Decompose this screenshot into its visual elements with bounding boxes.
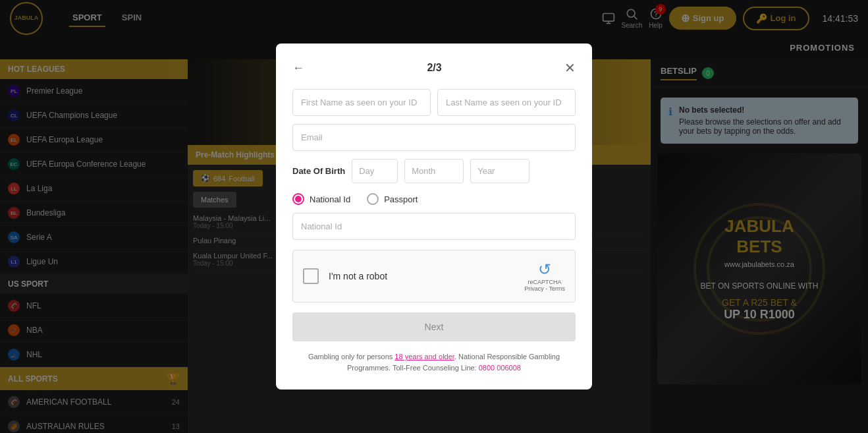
registration-modal: ← 2/3 ✕ Date Of Birth bbox=[276, 43, 592, 390]
captcha-box: I'm not a robot ↺ reCAPTCHA Privacy - Te… bbox=[292, 250, 576, 303]
modal-back-button[interactable]: ← bbox=[292, 61, 304, 75]
passport-label: Passport bbox=[384, 194, 418, 204]
national-id-label: National Id bbox=[310, 194, 350, 204]
dob-day-input[interactable] bbox=[352, 159, 398, 183]
dob-row: Date Of Birth bbox=[292, 159, 576, 183]
captcha-brand: reCAPTCHA bbox=[528, 279, 562, 285]
captcha-logo: ↺ reCAPTCHA Privacy - Terms bbox=[524, 260, 565, 292]
footer-phone: 0800 006008 bbox=[479, 364, 521, 372]
name-row bbox=[292, 89, 576, 116]
captcha-privacy: Privacy bbox=[524, 285, 544, 292]
captcha-links: Privacy - Terms bbox=[524, 285, 565, 292]
last-name-input[interactable] bbox=[437, 89, 576, 116]
dob-year-input[interactable] bbox=[470, 159, 529, 183]
dob-month-input[interactable] bbox=[404, 159, 464, 183]
national-id-radio-dot bbox=[295, 196, 302, 202]
modal-close-button[interactable]: ✕ bbox=[564, 60, 576, 76]
captcha-terms: Terms bbox=[549, 285, 566, 292]
first-name-input[interactable] bbox=[292, 89, 431, 116]
main-layout: HOT LEAGUES PL Premier League CL UEFA Ch… bbox=[0, 59, 868, 433]
passport-radio[interactable] bbox=[367, 193, 379, 205]
captcha-text: I'm not a robot bbox=[329, 271, 514, 281]
email-row bbox=[292, 124, 576, 151]
modal-header: ← 2/3 ✕ bbox=[292, 60, 576, 76]
email-input[interactable] bbox=[292, 124, 576, 151]
passport-option[interactable]: Passport bbox=[367, 193, 418, 205]
footer-main: Gambling only for persons bbox=[308, 353, 394, 361]
national-id-input[interactable] bbox=[292, 213, 576, 240]
national-id-input-row bbox=[292, 213, 576, 240]
recaptcha-icon: ↺ bbox=[538, 260, 551, 279]
national-id-option[interactable]: National Id bbox=[292, 193, 350, 205]
captcha-checkbox[interactable] bbox=[303, 268, 319, 284]
dob-label: Date Of Birth bbox=[292, 166, 345, 176]
id-type-row: National Id Passport bbox=[292, 193, 576, 205]
modal-overlay: ← 2/3 ✕ Date Of Birth bbox=[0, 0, 868, 433]
footer-age: 18 years and older bbox=[394, 353, 454, 361]
modal-step: 2/3 bbox=[427, 62, 441, 74]
footer-text: Gambling only for persons 18 years and o… bbox=[292, 351, 576, 373]
next-button[interactable]: Next bbox=[292, 312, 576, 341]
national-id-radio[interactable] bbox=[292, 193, 304, 205]
